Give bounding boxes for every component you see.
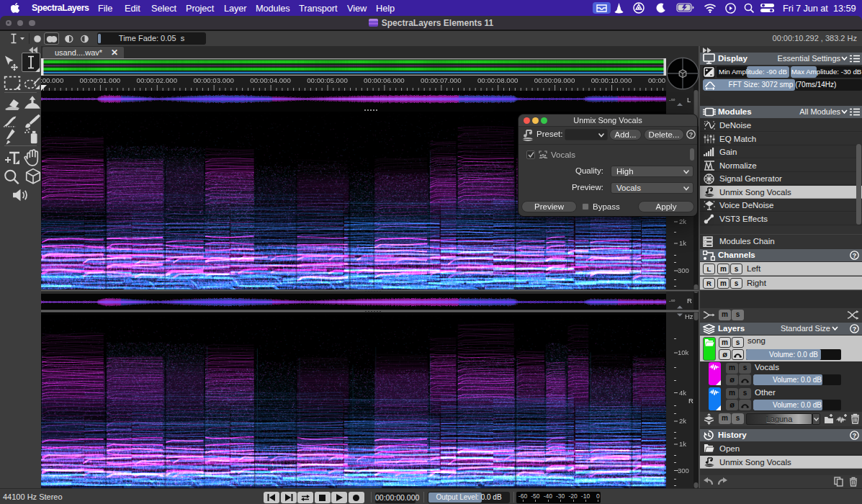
svg-text:?: ? — [853, 432, 857, 439]
svg-text:?: ? — [689, 131, 693, 138]
svg-text:?: ? — [853, 252, 857, 259]
svg-text:?: ? — [853, 325, 857, 333]
